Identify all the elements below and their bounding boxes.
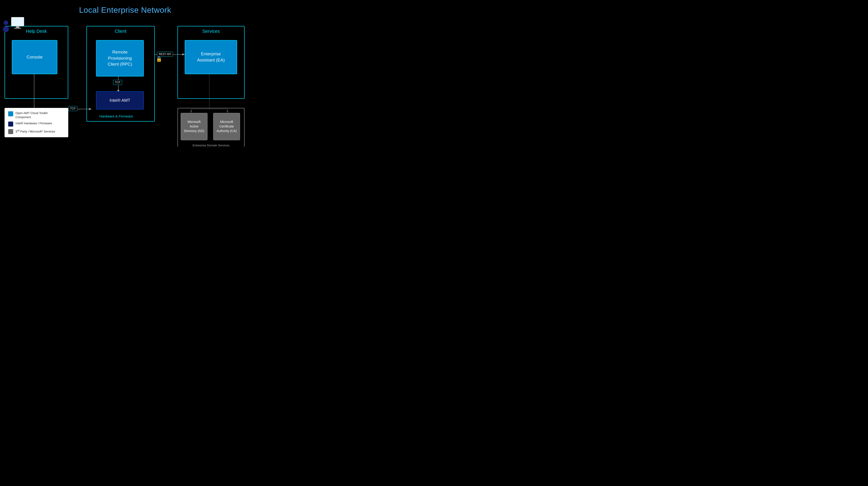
lock-icon: 🔒	[156, 56, 162, 62]
page-title: Local Enterprise Network	[0, 0, 250, 19]
legend-item-1: Open AMT Cloud ToolkitComponent	[8, 111, 65, 119]
legend-swatch-blue	[8, 111, 13, 116]
ms-ca-label: MicrosoftCertificateAuthority (CA)	[217, 120, 237, 133]
ea-label: EnterpriseAssistant (EA)	[197, 51, 225, 63]
legend-swatch-gray	[8, 129, 13, 134]
amt-box: Intel® AMT	[96, 91, 144, 110]
legend-item-3: 3rd Party / Microsoft* Services	[8, 129, 65, 134]
domain-label: Enterprise Domain Services	[178, 144, 244, 147]
svg-point-13	[3, 26, 9, 32]
legend-swatch-navy	[8, 122, 13, 127]
tcp2-connector: TCP	[113, 80, 122, 85]
ea-inner-box: EnterpriseAssistant (EA)	[185, 40, 237, 74]
ms-ca-box: MicrosoftCertificateAuthority (CA)	[213, 113, 240, 140]
svg-rect-10	[16, 26, 19, 28]
person-icon	[3, 20, 11, 33]
services-label: Services	[178, 29, 244, 34]
main-diagram: Help Desk Console Client RemoteProvis	[5, 19, 246, 147]
legend-text-3: 3rd Party / Microsoft* Services	[16, 129, 55, 133]
legend-item-2: Intel® Hardware / Firmware	[8, 121, 65, 127]
hw-fw-label: Hardware & Firmware	[99, 114, 133, 118]
svg-point-12	[4, 21, 8, 25]
client-label: Client	[87, 29, 154, 34]
legend-text-2: Intel® Hardware / Firmware	[16, 121, 52, 125]
tcp1-connector: TCP	[68, 106, 78, 111]
services-outer-box: Services EnterpriseAssistant (EA)	[178, 26, 245, 99]
console-inner-box: Console	[12, 40, 57, 74]
svg-rect-11	[14, 28, 21, 29]
client-outer-box: Client RemoteProvisioningClient (RPC) TC…	[87, 26, 155, 122]
legend-box: Open AMT Cloud ToolkitComponent Intel® H…	[5, 108, 68, 137]
rpc-label: RemoteProvisioningClient (RPC)	[107, 49, 132, 68]
monitor-icon	[9, 16, 27, 31]
console-label: Console	[27, 54, 42, 60]
rpc-inner-box: RemoteProvisioningClient (RPC)	[96, 40, 144, 77]
legend-text-1: Open AMT Cloud ToolkitComponent	[16, 111, 48, 119]
svg-rect-9	[11, 17, 24, 26]
ms-ad-label: MicrosoftActiveDirectory (AD)	[184, 120, 204, 133]
domain-outer-box: MicrosoftActiveDirectory (AD) MicrosoftC…	[178, 108, 245, 147]
ms-ad-box: MicrosoftActiveDirectory (AD)	[181, 113, 208, 140]
amt-label: Intel® AMT	[110, 98, 130, 103]
helpdesk-outer-box: Help Desk Console	[5, 26, 68, 99]
